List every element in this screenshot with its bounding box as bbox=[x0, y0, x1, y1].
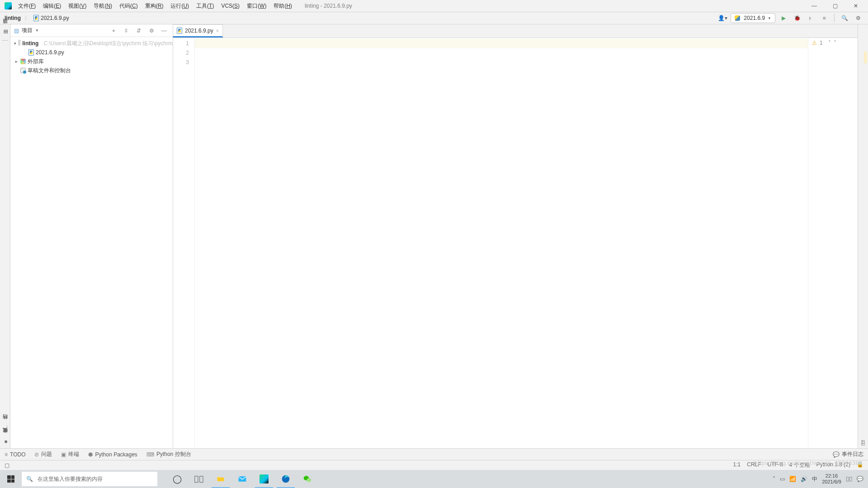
project-panel-title[interactable]: 项目 bbox=[22, 27, 33, 34]
menu-navigate[interactable]: 导航(N) bbox=[90, 0, 116, 12]
cortana-button[interactable]: ⌷⌷ bbox=[188, 470, 210, 488]
warning-icon: ⚠ bbox=[812, 40, 817, 446]
python-file-icon bbox=[177, 28, 182, 34]
external-libraries-icon bbox=[20, 59, 26, 64]
run-configuration-selector[interactable]: 2021.6.9 ▼ bbox=[731, 13, 775, 23]
run-button[interactable]: ▶ bbox=[778, 14, 789, 23]
python-icon bbox=[735, 15, 740, 21]
editor-tab-label: 2021.6.9.py bbox=[185, 28, 213, 34]
project-root-path: C:\Users\晨曦之泪\Desktop\综合\pychrm 练习\pychr… bbox=[44, 40, 173, 47]
status-interpreter[interactable]: Python 3.8 (2) bbox=[816, 461, 850, 469]
scratches-label: 草稿文件和控制台 bbox=[28, 67, 71, 75]
tray-app-icon[interactable]: ⌷⌷ bbox=[846, 476, 852, 482]
menu-vcs[interactable]: VCS(S) bbox=[217, 0, 243, 12]
prev-highlight-button[interactable]: ˄ bbox=[828, 40, 831, 446]
status-line-separator[interactable]: CRLF bbox=[747, 461, 761, 469]
windows-taskbar: 🔍 在这里输入你要搜索的内容 ◯ ⌷⌷ ˄ ▭ 📶 🔊 中 22:16 2021… bbox=[0, 470, 868, 488]
tree-project-root[interactable]: ▾ linting C:\Users\晨曦之泪\Desktop\综合\pychr… bbox=[10, 39, 173, 48]
window-minimize-button[interactable]: — bbox=[804, 0, 825, 12]
toolbar-divider bbox=[834, 14, 835, 22]
tray-time: 22:16 bbox=[822, 473, 841, 479]
project-view-icon: ▤ bbox=[14, 28, 19, 34]
code-with-me-button[interactable]: 👤▾ bbox=[717, 14, 728, 23]
status-encoding[interactable]: UTF-8 bbox=[768, 461, 783, 469]
python-console-tool-button[interactable]: ⌨Python 控制台 bbox=[146, 450, 191, 458]
tree-file-item[interactable]: 2021.6.9.py bbox=[10, 48, 173, 57]
tray-wifi-icon[interactable]: 📶 bbox=[789, 476, 796, 482]
error-stripe-marker[interactable] bbox=[864, 52, 867, 63]
locate-file-button[interactable]: ⌖ bbox=[108, 28, 118, 34]
taskbar-wechat[interactable] bbox=[297, 470, 318, 488]
tray-battery-icon[interactable]: ▭ bbox=[780, 476, 785, 482]
tray-volume-icon[interactable]: 🔊 bbox=[801, 476, 807, 482]
terminal-tool-button[interactable]: ▣终端 bbox=[61, 450, 79, 458]
stop-button[interactable]: ■ bbox=[819, 14, 830, 23]
breadcrumb-separator: 〉 bbox=[24, 14, 30, 22]
debug-button[interactable]: 🐞 bbox=[792, 14, 802, 23]
menu-file[interactable]: 文件(F) bbox=[14, 0, 39, 12]
breadcrumb-file[interactable]: 2021.6.9.py bbox=[41, 15, 69, 21]
status-caret-position[interactable]: 1:1 bbox=[733, 461, 741, 469]
inspection-widget[interactable]: ⚠ 1 ˄ ˅ bbox=[808, 38, 858, 448]
ide-settings-button[interactable]: ⚙ bbox=[853, 14, 863, 23]
tool-window-structure-tab[interactable]: .. 结构 bbox=[2, 423, 9, 428]
tool-window-project-tab[interactable]: ▤ 项目 bbox=[2, 27, 9, 35]
python-packages-tool-button[interactable]: ⬢Python Packages bbox=[88, 451, 137, 458]
run-with-coverage-button[interactable]: ⏵ bbox=[805, 14, 816, 23]
search-everywhere-button[interactable]: 🔍 bbox=[839, 14, 850, 23]
tray-clock[interactable]: 22:16 2021/6/9 bbox=[822, 473, 841, 485]
menu-tools[interactable]: 工具(T) bbox=[193, 0, 217, 12]
status-lock-icon[interactable]: 🔒 bbox=[857, 461, 863, 469]
event-log-button[interactable]: 💬事件日志 bbox=[833, 450, 863, 458]
tree-external-libraries[interactable]: ▸ 外部库 bbox=[10, 57, 173, 66]
taskbar-pycharm[interactable] bbox=[253, 470, 275, 488]
close-tab-button[interactable]: × bbox=[216, 28, 219, 33]
menu-help[interactable]: 帮助(H) bbox=[270, 0, 296, 12]
todo-tool-button[interactable]: ≡TODO bbox=[5, 451, 25, 458]
tray-overflow-button[interactable]: ˄ bbox=[773, 476, 775, 482]
status-indent[interactable]: 4 个空格 bbox=[789, 461, 810, 469]
start-button[interactable] bbox=[0, 470, 22, 488]
menu-run[interactable]: 运行(U) bbox=[167, 0, 193, 12]
collapse-all-button[interactable]: ⇵ bbox=[134, 28, 144, 34]
taskbar-file-explorer[interactable] bbox=[210, 470, 231, 488]
taskbar-mail[interactable] bbox=[231, 470, 253, 488]
menu-view[interactable]: 视图(V) bbox=[65, 0, 90, 12]
menu-refactor[interactable]: 重构(R) bbox=[142, 0, 167, 12]
menu-edit[interactable]: 编辑(E) bbox=[39, 0, 65, 12]
tray-notifications-button[interactable]: 💬 bbox=[857, 476, 863, 482]
task-view-button[interactable]: ◯ bbox=[166, 470, 188, 488]
window-maximize-button[interactable]: ▢ bbox=[825, 0, 845, 12]
status-show-tool-windows[interactable]: ▢ bbox=[5, 462, 9, 469]
project-settings-button[interactable]: ⚙ bbox=[146, 28, 156, 34]
editor-tab-active[interactable]: 2021.6.9.py × bbox=[173, 24, 223, 38]
right-tool-window-bar: 🗄 bbox=[858, 24, 868, 448]
search-icon: 🔍 bbox=[26, 476, 33, 482]
tray-ime-indicator[interactable]: 中 bbox=[812, 475, 817, 483]
problems-tool-button[interactable]: ⊘问题 bbox=[34, 450, 52, 458]
tree-scratches[interactable]: 草稿文件和控制台 bbox=[10, 66, 173, 75]
caret-right-icon[interactable]: ▸ bbox=[14, 59, 19, 64]
editor-content[interactable] bbox=[195, 38, 808, 448]
menu-window[interactable]: 窗口(W) bbox=[243, 0, 270, 12]
chevron-down-icon: ▼ bbox=[768, 16, 771, 20]
python-file-icon bbox=[28, 49, 34, 56]
external-libraries-label: 外部库 bbox=[28, 58, 44, 66]
folder-icon bbox=[18, 41, 20, 46]
tool-window-favorites-tab[interactable]: ★ 收藏夹 bbox=[2, 437, 9, 445]
project-tool-window: ▤ 项目 ▼ ⌖ ⇳ ⇵ ⚙ — ▾ linting C:\Users\晨曦之泪… bbox=[10, 24, 173, 448]
hide-panel-button[interactable]: — bbox=[159, 28, 169, 34]
chevron-down-icon[interactable]: ▼ bbox=[35, 28, 39, 33]
next-highlight-button[interactable]: ˅ bbox=[834, 40, 836, 446]
taskbar-edge[interactable] bbox=[275, 470, 297, 488]
tree-file-label: 2021.6.9.py bbox=[36, 49, 64, 56]
window-title: linting - 2021.6.9.py bbox=[305, 3, 352, 9]
caret-down-icon[interactable]: ▾ bbox=[14, 41, 16, 46]
window-close-button[interactable]: ✕ bbox=[845, 0, 866, 12]
taskbar-search[interactable]: 🔍 在这里输入你要搜索的内容 bbox=[22, 472, 157, 486]
expand-all-button[interactable]: ⇳ bbox=[121, 28, 131, 34]
warning-count: 1 bbox=[820, 40, 823, 446]
database-tool-button[interactable]: 🗄 bbox=[858, 440, 868, 446]
menu-code[interactable]: 代码(C) bbox=[116, 0, 142, 12]
breadcrumb-root[interactable]: linting bbox=[5, 15, 21, 21]
